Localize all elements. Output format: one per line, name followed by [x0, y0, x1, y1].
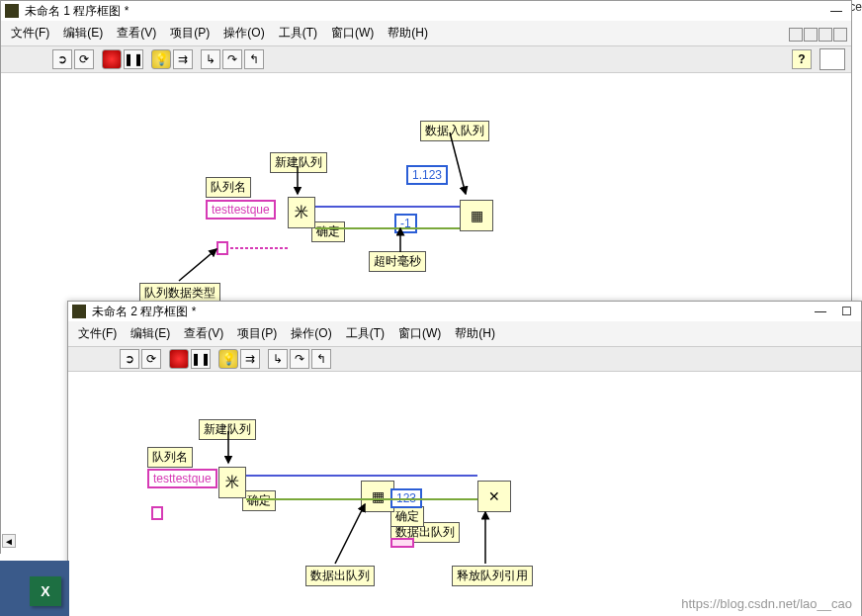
svg-line-0: [179, 249, 216, 281]
retain-button-2[interactable]: ⇉: [240, 349, 260, 369]
menu-help[interactable]: 帮助(H): [382, 23, 434, 44]
menu-operate-2[interactable]: 操作(O): [285, 323, 337, 344]
toggle-icon[interactable]: [789, 28, 803, 42]
vi-icon[interactable]: [819, 48, 845, 70]
menu-window-2[interactable]: 窗口(W): [392, 323, 447, 344]
abort-button[interactable]: [102, 49, 122, 69]
confirm-label-2: 确定: [242, 490, 276, 511]
pause-button[interactable]: ❚❚: [124, 49, 143, 69]
menu-help-2[interactable]: 帮助(H): [449, 323, 501, 344]
arrow-4: [387, 226, 416, 256]
confirm-label-3: 确定: [390, 506, 424, 527]
menu-edit-2[interactable]: 编辑(E): [125, 323, 176, 344]
step-over-button-2[interactable]: ↷: [290, 349, 309, 369]
diagram-2[interactable]: 队列名 testtestque 新建队列 确定 数据出队列 数据出队列 确定 释…: [68, 372, 861, 616]
toolbar-2: ➲ ⟳ ❚❚ 💡 ⇉ ↳ ↷ ↰: [68, 347, 861, 372]
window-2: 未命名 2 程序框图 * — ☐ 文件(F) 编辑(E) 查看(V) 项目(P)…: [67, 301, 862, 616]
menubar-2: 文件(F) 编辑(E) 查看(V) 项目(P) 操作(O) 工具(T) 窗口(W…: [68, 321, 861, 347]
enqueue-node[interactable]: ▦: [460, 200, 493, 231]
obtain-queue-node[interactable]: 米: [288, 197, 315, 228]
step-out-button[interactable]: ↰: [244, 49, 264, 69]
run-button[interactable]: ➲: [52, 49, 72, 69]
menu-project-2[interactable]: 项目(P): [231, 323, 283, 344]
question-icon[interactable]: [819, 28, 832, 42]
menu-view[interactable]: 查看(V): [111, 23, 162, 44]
svg-line-2: [450, 132, 466, 194]
confirm-label: 确定: [311, 221, 345, 242]
right-icons: [789, 28, 847, 42]
abort-button-2[interactable]: [169, 349, 189, 369]
titlebar-2[interactable]: 未命名 2 程序框图 * — ☐: [68, 302, 861, 321]
watermark: https://blog.csdn.net/lao__cao: [681, 596, 852, 611]
toolbar-1: ➲ ⟳ ❚❚ 💡 ⇉ ↳ ↷ ↰ ?: [1, 46, 851, 73]
menubar-1: 文件(F) 编辑(E) 查看(V) 项目(P) 操作(O) 工具(T) 窗口(W…: [1, 21, 851, 46]
menu-file[interactable]: 文件(F): [5, 23, 55, 44]
queue-name-constant-2[interactable]: testtestque: [147, 469, 217, 488]
minimize-button[interactable]: —: [829, 4, 843, 18]
highlight-button[interactable]: 💡: [151, 49, 171, 69]
step-into-button-2[interactable]: ↳: [268, 349, 288, 369]
app-icon-2: [72, 305, 86, 318]
arrow-6: [321, 500, 371, 570]
wire-blue-2: [246, 475, 477, 477]
excel-icon[interactable]: X: [30, 576, 61, 606]
step-over-button[interactable]: ↷: [222, 49, 242, 69]
arrow-7: [472, 508, 501, 568]
run-button-2[interactable]: ➲: [120, 349, 139, 369]
context-help-button[interactable]: ?: [792, 49, 812, 69]
menu-edit[interactable]: 编辑(E): [57, 23, 109, 44]
step-out-button-2[interactable]: ↰: [311, 349, 331, 369]
wire-blue: [315, 206, 460, 208]
run-continuous-button[interactable]: ⟳: [74, 49, 94, 69]
arrow-5: [215, 431, 244, 469]
retain-button[interactable]: ⇉: [173, 49, 193, 69]
pause-button-2[interactable]: ❚❚: [191, 349, 211, 369]
step-into-button[interactable]: ↳: [201, 49, 220, 69]
chevron-icon[interactable]: [833, 28, 847, 42]
titlebar-1[interactable]: 未命名 1 程序框图 * —: [1, 1, 851, 21]
menu-file-2[interactable]: 文件(F): [72, 323, 123, 344]
highlight-button-2[interactable]: 💡: [218, 349, 238, 369]
arrow-1: [169, 192, 228, 291]
wire-pink: [230, 247, 288, 249]
menu-window[interactable]: 窗口(W): [325, 23, 380, 44]
svg-line-5: [335, 504, 365, 564]
queue-name-label-2: 队列名: [147, 447, 193, 468]
obtain-queue-node-2[interactable]: 米: [218, 467, 246, 498]
app-icon: [5, 4, 19, 18]
window-title-2: 未命名 2 程序框图 *: [92, 304, 814, 320]
scroll-left-button[interactable]: ◄: [2, 534, 16, 548]
maximize-button-2[interactable]: ☐: [839, 305, 853, 318]
menu-tools-2[interactable]: 工具(T): [340, 323, 390, 344]
menu-operate[interactable]: 操作(O): [217, 23, 270, 44]
minimize-button-2[interactable]: —: [814, 305, 827, 318]
release-label: 释放队列引用: [452, 566, 533, 586]
menu-view-2[interactable]: 查看(V): [178, 323, 229, 344]
window-title-1: 未命名 1 程序框图 *: [25, 3, 829, 20]
arrow-3: [436, 132, 475, 202]
run-continuous-button-2[interactable]: ⟳: [141, 349, 161, 369]
arrow-2: [284, 166, 313, 201]
menu-project[interactable]: 项目(P): [164, 23, 216, 44]
menu-tools[interactable]: 工具(T): [273, 23, 323, 44]
data-type-constant-2[interactable]: [151, 506, 163, 520]
keyboard-icon[interactable]: [804, 28, 818, 42]
probe-indicator[interactable]: [390, 538, 414, 548]
